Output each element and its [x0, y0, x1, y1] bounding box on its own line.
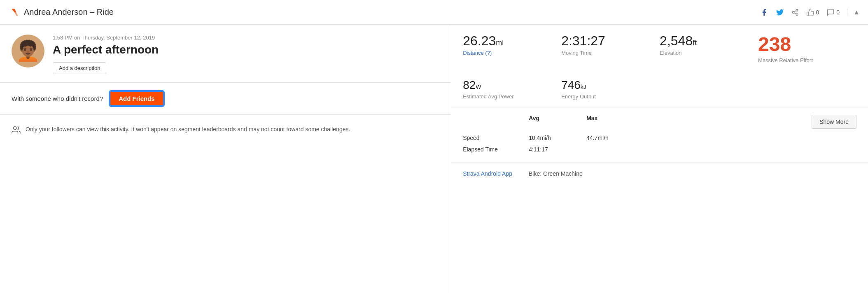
- energy-stat: 746kJ Energy Output: [561, 79, 660, 100]
- relative-effort-stat: 238 Massive Relative Effort: [758, 34, 856, 63]
- stats-top: 26.23mi Distance (?) 2:31:27 Moving Time…: [451, 25, 868, 71]
- relative-effort-value: 238: [758, 34, 856, 56]
- main-content: 🧑🏾‍🦱 1:58 PM on Thursday, September 12, …: [0, 25, 868, 293]
- col-max-header: Max: [586, 115, 644, 129]
- elapsed-time-row: Elapsed Time 4:11:17: [463, 144, 856, 155]
- empty-stat: [660, 79, 758, 100]
- facebook-icon[interactable]: [760, 8, 768, 16]
- activity-header: 🧑🏾‍🦱 1:58 PM on Thursday, September 12, …: [0, 25, 451, 83]
- speed-max: 44.7mi/h: [586, 135, 644, 141]
- avatar: 🧑🏾‍🦱: [12, 35, 44, 67]
- col-avg-header: Avg: [529, 115, 586, 129]
- moving-time-value: 2:31:27: [561, 34, 660, 48]
- elapsed-time-label: Elapsed Time: [463, 146, 529, 153]
- header-actions: 0 0 ▲: [760, 8, 860, 16]
- svg-marker-0: [12, 9, 16, 12]
- comment-count: 0: [836, 9, 840, 16]
- show-more-button[interactable]: Show More: [812, 115, 856, 129]
- page-title: Andrea Anderson – Ride: [24, 7, 114, 17]
- speed-label: Speed: [463, 135, 529, 141]
- speed-row: Speed 10.4mi/h 44.7mi/h: [463, 132, 856, 144]
- activity-title: A perfect afternoon: [53, 43, 439, 56]
- svg-point-3: [792, 11, 794, 13]
- header-left: Andrea Anderson – Ride: [8, 7, 114, 18]
- caret-button[interactable]: ▲: [847, 9, 860, 16]
- kudos-button[interactable]: 0: [806, 8, 819, 16]
- share-icon[interactable]: [791, 9, 799, 16]
- left-panel: 🧑🏾‍🦱 1:58 PM on Thursday, September 12, …: [0, 25, 451, 293]
- elevation-label: Elevation: [660, 50, 758, 56]
- twitter-icon[interactable]: [776, 8, 784, 16]
- privacy-text: Only your followers can view this activi…: [26, 125, 350, 134]
- page-header: Andrea Anderson – Ride 0 0 ▲: [0, 0, 868, 25]
- comment-button[interactable]: 0: [826, 8, 840, 16]
- avg-power-stat: 82W Estimated Avg Power: [463, 79, 561, 100]
- stats-table-header: Avg Max Show More: [463, 115, 856, 132]
- svg-line-5: [794, 13, 796, 14]
- moving-time-stat: 2:31:27 Moving Time: [561, 34, 660, 63]
- elapsed-time-avg: 4:11:17: [529, 146, 586, 153]
- col-label-header: [463, 115, 529, 129]
- stats-footer: Strava Android App Bike: Green Machine: [451, 163, 868, 184]
- privacy-icon: [12, 126, 21, 137]
- avg-power-value: 82W: [463, 79, 561, 92]
- add-friends-button[interactable]: Add Friends: [110, 91, 164, 106]
- energy-value: 746kJ: [561, 79, 660, 92]
- add-description-button[interactable]: Add a description: [53, 62, 106, 74]
- bike-label: Bike: Green Machine: [529, 170, 583, 177]
- strava-logo-icon: [8, 7, 20, 18]
- friends-section: With someone who didn't record? Add Frie…: [0, 83, 451, 115]
- stats-table: Avg Max Show More Speed 10.4mi/h 44.7mi/…: [463, 115, 856, 155]
- relative-effort-label: Massive Relative Effort: [758, 57, 856, 63]
- activity-datetime: 1:58 PM on Thursday, September 12, 2019: [53, 35, 439, 41]
- svg-point-7: [14, 127, 16, 130]
- distance-stat: 26.23mi Distance (?): [463, 34, 561, 63]
- svg-point-4: [796, 14, 798, 16]
- activity-info: 1:58 PM on Thursday, September 12, 2019 …: [53, 35, 439, 74]
- svg-point-2: [796, 9, 798, 11]
- speed-avg: 10.4mi/h: [529, 135, 586, 141]
- distance-value: 26.23mi: [463, 34, 561, 48]
- stats-middle: 82W Estimated Avg Power 746kJ Energy Out…: [451, 71, 868, 107]
- friends-prompt: With someone who didn't record?: [12, 95, 103, 102]
- kudos-count: 0: [816, 9, 819, 16]
- stats-table-section: Avg Max Show More Speed 10.4mi/h 44.7mi/…: [451, 107, 868, 163]
- elevation-value: 2,548ft: [660, 34, 758, 48]
- avg-power-label: Estimated Avg Power: [463, 93, 561, 100]
- empty-stat-2: [758, 79, 856, 100]
- recorded-with-link[interactable]: Strava Android App: [463, 170, 512, 177]
- energy-label: Energy Output: [561, 93, 660, 100]
- right-panel: 26.23mi Distance (?) 2:31:27 Moving Time…: [451, 25, 868, 293]
- svg-marker-1: [14, 12, 18, 16]
- svg-line-6: [794, 10, 796, 12]
- show-more-col: Show More: [644, 115, 856, 129]
- privacy-section: Only your followers can view this activi…: [0, 115, 451, 146]
- moving-time-label: Moving Time: [561, 50, 660, 56]
- elevation-stat: 2,548ft Elevation: [660, 34, 758, 63]
- distance-label[interactable]: Distance (?): [463, 50, 561, 56]
